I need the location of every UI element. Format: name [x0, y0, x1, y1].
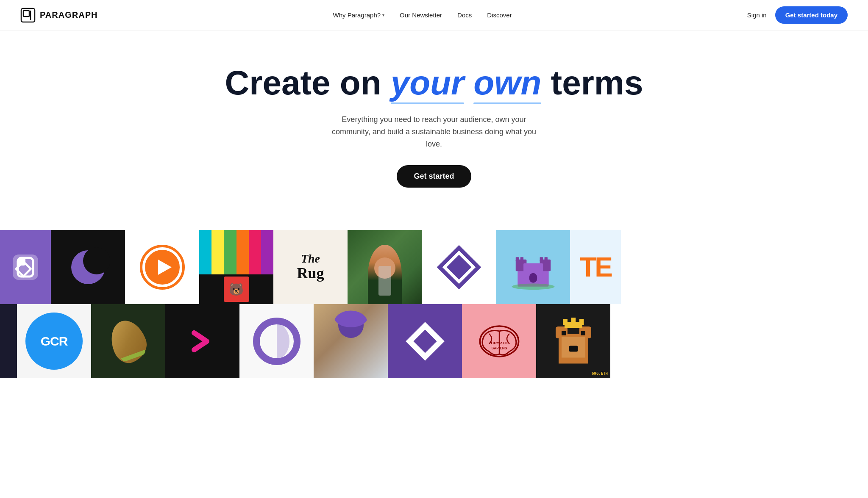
- chevron-down-icon: ▾: [382, 13, 384, 17]
- nav-actions: Sign in Get started today: [747, 6, 848, 24]
- list-item[interactable]: GCR: [17, 304, 91, 378]
- list-item[interactable]: TE: [570, 230, 621, 304]
- logo-strip: ◇: [0, 230, 868, 378]
- list-item[interactable]: 🐻: [199, 230, 273, 304]
- list-item[interactable]: CRYPTO SAPIENS: [462, 304, 536, 378]
- logo-text: PARAGRAPH: [40, 10, 97, 20]
- svg-rect-1: [23, 11, 29, 17]
- moon-icon: [63, 242, 114, 293]
- navbar: PARAGRAPH Why Paragraph? ▾ Our Newslette…: [0, 0, 868, 30]
- list-item[interactable]: [314, 304, 388, 378]
- hero-highlight-your: your: [391, 64, 464, 102]
- hero-get-started-button[interactable]: Get started: [397, 165, 471, 188]
- list-item[interactable]: [422, 230, 496, 304]
- svg-rect-37: [569, 346, 578, 351]
- logo[interactable]: PARAGRAPH: [20, 8, 97, 23]
- list-item[interactable]: [0, 304, 17, 378]
- logo-row-2: GCR: [0, 304, 868, 378]
- svg-rect-18: [529, 273, 537, 283]
- svg-rect-36: [581, 331, 585, 335]
- logo-icon: [20, 8, 36, 23]
- svg-rect-20: [520, 257, 523, 261]
- svg-text:CRYPTO: CRYPTO: [491, 340, 508, 345]
- list-item[interactable]: [51, 230, 125, 304]
- list-item[interactable]: The Rug: [273, 230, 348, 304]
- nav-docs[interactable]: Docs: [457, 11, 472, 19]
- nav-discover[interactable]: Discover: [487, 11, 512, 19]
- svg-rect-40: [571, 318, 576, 325]
- list-item[interactable]: [91, 304, 165, 378]
- list-item[interactable]: [496, 230, 570, 304]
- svg-rect-21: [540, 257, 542, 261]
- svg-point-23: [512, 283, 554, 290]
- gcr-label: GCR: [41, 334, 68, 349]
- hero-title: Create on your own terms: [8, 64, 860, 102]
- svg-rect-22: [544, 257, 547, 261]
- list-item[interactable]: [165, 304, 239, 378]
- svg-rect-19: [515, 257, 518, 261]
- list-item[interactable]: [239, 304, 314, 378]
- diamond-icon: [436, 244, 482, 290]
- svg-rect-6: [18, 258, 25, 266]
- logo-row-1: ◇: [0, 230, 868, 304]
- svg-text:SAPIENS: SAPIENS: [491, 346, 507, 350]
- white-diamond-icon: [402, 318, 448, 365]
- list-item[interactable]: 696.ETH: [536, 304, 610, 378]
- get-started-today-button[interactable]: Get started today: [775, 6, 848, 24]
- eth-label: 696.ETH: [592, 371, 608, 376]
- brain-icon: CRYPTO SAPIENS: [474, 320, 525, 362]
- nav-links: Why Paragraph? ▾ Our Newsletter Docs Dis…: [333, 11, 512, 19]
- sign-in-button[interactable]: Sign in: [747, 11, 767, 19]
- list-item[interactable]: [348, 230, 422, 304]
- list-item[interactable]: [388, 304, 462, 378]
- hero-section: Create on your own terms Everything you …: [0, 30, 868, 213]
- purple-d-icon: ◇: [8, 250, 42, 284]
- nav-why-paragraph[interactable]: Why Paragraph? ▾: [333, 11, 385, 19]
- castle-icon: [510, 244, 556, 290]
- pixel-bear-icon: [544, 312, 603, 371]
- ring-icon: [251, 316, 302, 367]
- svg-rect-39: [563, 319, 568, 325]
- list-item[interactable]: [125, 230, 199, 304]
- hero-subtitle: Everything you need to reach your audien…: [324, 113, 544, 150]
- arrow-icon: [186, 324, 220, 358]
- play-icon: [137, 242, 188, 293]
- list-item[interactable]: ◇: [0, 230, 51, 304]
- svg-rect-41: [579, 319, 584, 325]
- hero-highlight-own: own: [473, 64, 541, 102]
- svg-point-8: [83, 247, 110, 274]
- nav-newsletter[interactable]: Our Newsletter: [400, 11, 442, 19]
- svg-rect-35: [562, 331, 566, 335]
